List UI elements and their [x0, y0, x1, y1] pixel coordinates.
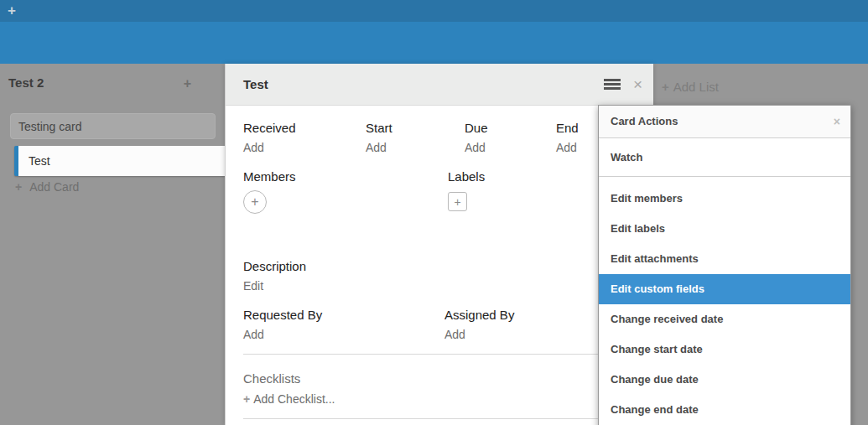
list-test-2: Test 2 + Testing card Test +Add Card: [0, 64, 225, 425]
card-actions-popup: Card Actions × Watch Edit members Edit l…: [598, 105, 851, 425]
card-actions-title: Card Actions: [611, 115, 678, 127]
app-screen: + Test 2 + Testing card Test +Add Card +…: [0, 0, 868, 425]
field-due: Due Add: [465, 121, 556, 154]
field-labels: Labels +: [448, 169, 485, 214]
list-header: Test 2 +: [0, 64, 225, 107]
field-start: Start Add: [366, 121, 465, 154]
card-actions-popup-header: Card Actions ×: [599, 106, 850, 138]
field-requested-by: Requested By Add: [243, 308, 444, 341]
close-icon[interactable]: ×: [834, 106, 840, 137]
top-navbar: +: [0, 0, 868, 22]
card-actions-menu-list: Edit members Edit labels Edit attachment…: [599, 177, 850, 425]
field-label: Received: [243, 121, 366, 135]
card-actions-menu-icon[interactable]: [604, 79, 621, 90]
field-label: Start: [366, 121, 465, 135]
menu-item-change-due-date[interactable]: Change due date: [599, 365, 850, 395]
plus-icon: +: [243, 392, 250, 406]
field-label: Due: [465, 121, 556, 135]
plus-icon: +: [251, 194, 258, 210]
plus-icon: +: [454, 195, 460, 209]
card-detail-title: Test: [243, 77, 268, 91]
menu-item-change-end-date[interactable]: Change end date: [599, 395, 850, 425]
received-add-link[interactable]: Add: [243, 141, 366, 154]
card-testing-card[interactable]: Testing card: [10, 113, 216, 139]
due-add-link[interactable]: Add: [465, 141, 556, 154]
requested-by-add-link[interactable]: Add: [243, 328, 444, 341]
field-label: Requested By: [243, 308, 444, 322]
add-checklist-button[interactable]: +Add Checklist...: [243, 392, 653, 406]
start-add-link[interactable]: Add: [366, 141, 465, 154]
divider: [243, 418, 653, 419]
card-test[interactable]: Test: [14, 146, 225, 176]
date-fields-row: Received Add Start Add Due Add End Add: [243, 121, 653, 154]
add-checklist-label: Add Checklist...: [253, 392, 335, 406]
plus-icon: +: [15, 180, 22, 194]
add-card-button[interactable]: +Add Card: [15, 180, 79, 194]
menu-item-edit-custom-fields[interactable]: Edit custom fields: [599, 274, 850, 304]
field-members: Members +: [243, 169, 448, 214]
menu-item-edit-labels[interactable]: Edit labels: [599, 214, 850, 244]
field-label: Labels: [448, 169, 485, 184]
field-received: Received Add: [243, 121, 366, 154]
add-board-icon[interactable]: +: [8, 3, 16, 19]
description-edit-link[interactable]: Edit: [243, 279, 653, 293]
card-detail-panel: Test × Received Add Start Add Due Add: [225, 64, 653, 425]
menu-item-change-received-date[interactable]: Change received date: [599, 304, 850, 334]
menu-item-edit-attachments[interactable]: Edit attachments: [599, 244, 850, 274]
requested-assigned-row: Requested By Add Assigned By Add: [243, 308, 653, 341]
field-description: Description Edit: [243, 259, 653, 293]
list-add-card-icon[interactable]: +: [184, 76, 191, 91]
add-list-button[interactable]: +Add List: [662, 80, 719, 94]
field-label: Members: [243, 169, 448, 184]
card-detail-body: Received Add Start Add Due Add End Add: [226, 106, 653, 419]
board-header-bar: [0, 22, 868, 64]
add-list-label: Add List: [673, 80, 719, 94]
list-title: Test 2: [8, 75, 44, 90]
plus-icon: +: [662, 80, 669, 94]
checklists-section: Checklists +Add Checklist...: [243, 371, 653, 406]
add-label-button[interactable]: +: [448, 192, 467, 211]
menu-item-edit-members[interactable]: Edit members: [599, 184, 850, 214]
add-member-button[interactable]: +: [243, 190, 267, 214]
menu-item-change-start-date[interactable]: Change start date: [599, 334, 850, 365]
card-detail-header: Test ×: [226, 64, 653, 106]
members-labels-row: Members + Labels +: [243, 169, 653, 214]
menu-item-watch[interactable]: Watch: [599, 138, 850, 177]
divider: [243, 354, 653, 355]
checklists-label: Checklists: [243, 371, 653, 386]
add-card-label: Add Card: [29, 180, 79, 194]
close-icon[interactable]: ×: [633, 76, 642, 92]
field-label: Description: [243, 259, 653, 273]
